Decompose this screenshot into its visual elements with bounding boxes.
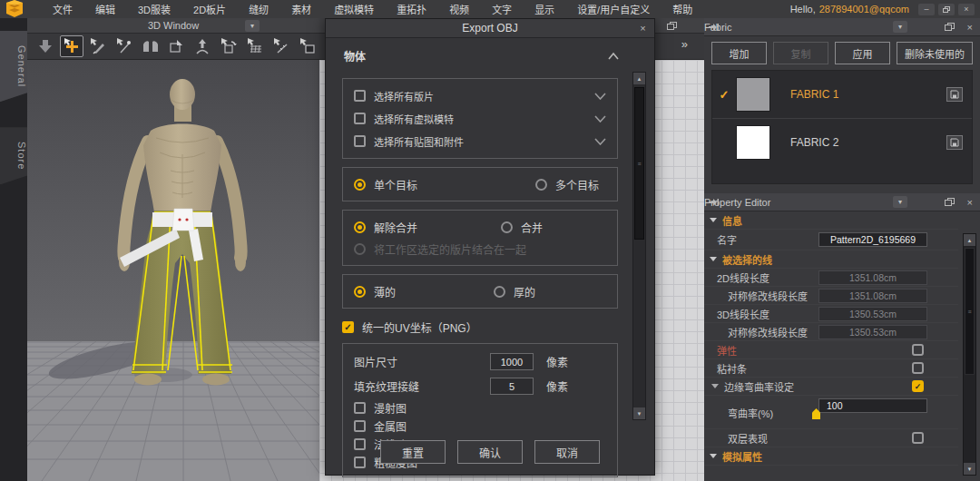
select-point-tool-button[interactable] [113,35,136,57]
tab-store[interactable]: Store [0,127,27,184]
radio-weld[interactable] [501,221,513,233]
curvature-checkbox[interactable]: ✓ [912,380,924,392]
avatar-fit-tool-button[interactable] [191,35,214,57]
section-collapse-icon[interactable] [710,218,717,222]
fabric-dropdown-button[interactable]: ▾ [893,21,907,33]
menu-item-3d-garment[interactable]: 3D服装 [138,2,171,16]
elastic-checkbox[interactable] [912,344,924,356]
minimize-button[interactable]: – [918,4,935,15]
radio-thin[interactable] [354,286,366,298]
dialog-close-button[interactable]: × [636,22,650,34]
panel-pin-icon[interactable] [708,23,719,32]
chevron-down-icon[interactable] [594,138,606,145]
texture-edit-tool-button[interactable] [296,35,319,57]
grid-transform-tool-button[interactable] [243,35,267,57]
double-layer-checkbox[interactable] [912,432,924,444]
checkbox-metal-map[interactable] [354,420,366,432]
cancel-button[interactable]: 取消 [534,440,600,464]
menu-item-text[interactable]: 文字 [492,2,512,16]
select-all-patterns-row[interactable]: 选择所有版片 [354,84,606,107]
section-collapse-icon[interactable] [711,384,719,388]
menu-item-sewing[interactable]: 缝纫 [249,2,269,16]
section-collapse-icon[interactable] [710,454,717,458]
fabric-name[interactable]: FABRIC 1 [790,88,838,101]
flip-pattern-tool-button[interactable] [165,35,189,57]
fabric-swatch[interactable] [736,77,770,112]
sewing-tool-button[interactable] [270,35,293,57]
account-email[interactable]: 287894001@qqcom [819,4,909,15]
rotate-pattern-tool-button[interactable] [217,35,240,57]
panel-dropdown-button[interactable]: ▾ [245,20,260,32]
scroll-up-icon[interactable]: ▲ [964,234,975,246]
add-fabric-button[interactable]: 增加 [711,42,767,64]
menu-item-settings[interactable]: 设置/用户自定义 [577,2,650,16]
fabric-swatch[interactable] [736,125,770,160]
chevron-down-icon[interactable] [594,93,606,100]
menu-item-material[interactable]: 素材 [291,2,311,16]
3d-viewport[interactable] [27,60,319,481]
tab-general[interactable]: General [0,31,27,102]
simulate-tool-button[interactable] [34,35,57,57]
property-dropdown-button[interactable]: ▾ [893,196,907,208]
name-value-input[interactable]: Pattern2D_6195669 [818,232,927,247]
menu-item-help[interactable]: 帮助 [672,2,692,16]
app-logo-icon[interactable] [3,0,26,18]
copy-fabric-button[interactable]: 复制 [773,42,828,64]
chevron-down-icon[interactable] [594,115,606,123]
curvature-section-row[interactable]: 边缘弯曲率设定 ✓ [704,378,958,396]
reset-button[interactable]: 重置 [380,440,446,464]
menu-item-display[interactable]: 显示 [534,2,554,16]
save-fabric-button[interactable] [946,135,963,150]
radio-multiple-objects[interactable] [535,179,547,191]
select-all-textures-row[interactable]: 选择所有贴图和附件 [354,130,606,152]
radio-thick[interactable] [494,286,505,298]
float-icon[interactable] [945,23,955,31]
scrollbar-thumb[interactable]: ≡ [634,87,644,240]
menu-item-video[interactable]: 视频 [449,2,469,16]
collapse-section-icon[interactable] [607,52,620,60]
checkbox-select-patterns[interactable] [354,90,366,102]
radio-unweld[interactable] [354,221,366,233]
scroll-down-icon[interactable]: ▼ [964,463,975,475]
radio-single-object[interactable] [354,179,366,191]
select-all-avatars-row[interactable]: 选择所有虚拟模特 [354,107,606,130]
panel-pin-icon[interactable] [708,198,719,207]
scrollbar-thumb[interactable]: ≡ [965,248,975,375]
float-icon[interactable] [667,22,677,30]
checkbox-select-avatars[interactable] [354,113,366,124]
bonding-checkbox[interactable] [912,362,924,374]
restore-button[interactable] [938,4,955,15]
float-icon[interactable] [945,198,955,206]
menu-item-avatar[interactable]: 虚拟模特 [334,2,374,16]
section-collapse-icon[interactable] [710,257,717,261]
close-button[interactable]: × [958,4,975,15]
menu-item-edit[interactable]: 编辑 [95,2,115,16]
seam-fill-input[interactable] [490,378,534,395]
menu-item-file[interactable]: 文件 [53,2,73,16]
info-section-row[interactable]: 信息 [704,211,958,230]
toolbar-overflow-button[interactable]: » [681,37,688,51]
apply-fabric-button[interactable]: 应用 [835,42,890,64]
fabric-list-item[interactable]: FABRIC 2 [712,118,972,165]
simulation-section-row[interactable]: 模拟属性 [704,447,958,466]
fabric-close-button[interactable]: × [967,22,973,33]
fabric-name[interactable]: FABRIC 2 [790,136,838,149]
fabric-list-item[interactable]: ✓ FABRIC 1 [712,71,972,118]
select-move-tool-button[interactable] [60,35,83,57]
garment-tool-button[interactable] [139,35,162,57]
scroll-down-icon[interactable]: ▼ [633,407,645,419]
selected-line-section-row[interactable]: 被选择的线 [704,250,958,269]
image-size-input[interactable] [490,353,534,370]
checkbox-diffuse-map[interactable] [354,402,366,414]
confirm-button[interactable]: 确认 [457,440,523,464]
curvature-value-input[interactable]: 100 [818,398,927,413]
account-area[interactable]: Hello, 287894001@qqcom [790,4,909,15]
scroll-up-icon[interactable]: ▲ [633,73,645,84]
menu-item-retopology[interactable]: 重拓扑 [397,2,426,16]
delete-unused-fabric-button[interactable]: 删除未使用的 [897,42,973,64]
property-close-button[interactable]: × [967,197,973,208]
menu-item-2d-pattern[interactable]: 2D板片 [193,2,226,16]
checkbox-select-textures[interactable] [354,135,366,147]
property-scrollbar[interactable]: ▲ ≡ ▼ [963,233,976,476]
checkbox-unified-uv[interactable]: ✓ [342,321,354,333]
